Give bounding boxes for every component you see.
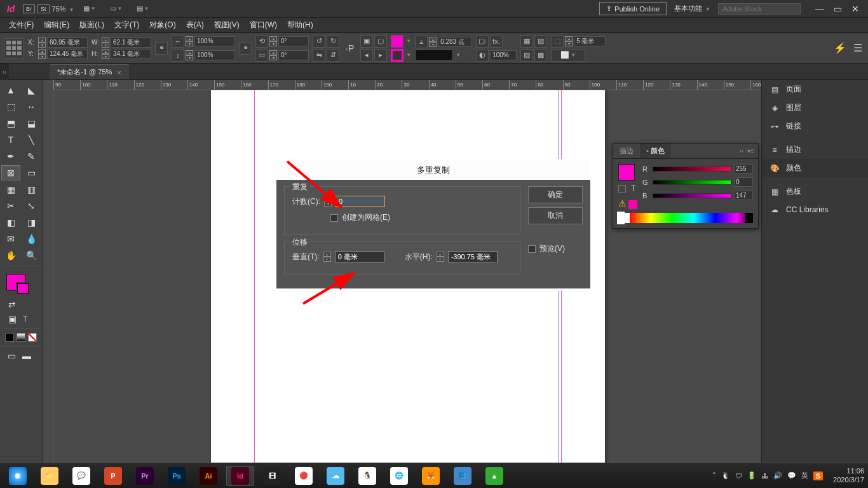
flip-h-icon[interactable]: ⇋	[313, 49, 325, 62]
document-tab[interactable]: *未命名-1 @ 75% ×	[50, 64, 129, 79]
count-spinner[interactable]: ▴▾	[324, 196, 332, 207]
menu-table[interactable]: 表(A)	[181, 18, 209, 32]
green-slider[interactable]	[653, 180, 731, 185]
type-tool[interactable]: T	[1, 132, 20, 147]
taskbar-app2-icon[interactable]: ☁	[322, 466, 349, 486]
y-position-input[interactable]	[47, 49, 88, 59]
effects-icon[interactable]: fx.	[490, 35, 503, 48]
height-input[interactable]	[111, 49, 151, 59]
flip-v-icon[interactable]: ⇵	[327, 49, 339, 62]
taskbar-browser-icon[interactable]: ◉	[4, 466, 32, 486]
arrange-docs-icon[interactable]: ▤▼	[134, 3, 152, 15]
taskbar-premiere-icon[interactable]: Pr	[131, 466, 159, 486]
maximize-button[interactable]: ▭	[829, 3, 846, 15]
text-wrap-none-icon[interactable]: ▦	[520, 35, 533, 48]
tabs-scroll-button[interactable]: ‹‹	[0, 64, 9, 80]
ok-button[interactable]: 确定	[528, 186, 583, 203]
container-fill-toggle[interactable]	[618, 185, 626, 193]
tray-network-icon[interactable]: 🖧	[761, 472, 768, 480]
rectangle-frame-tool[interactable]: ⊠	[1, 165, 20, 180]
taskbar-app1-icon[interactable]: 🔴	[290, 466, 318, 486]
text-wrap-jump-icon[interactable]: ▩	[534, 49, 547, 62]
formatting-container-icon[interactable]: ▣	[5, 313, 19, 325]
zoom-tool[interactable]: 🔍	[22, 248, 41, 263]
gamut-swatch[interactable]	[628, 200, 637, 209]
stroke-style-select[interactable]	[415, 50, 453, 61]
create-grid-checkbox[interactable]	[330, 214, 338, 222]
color-panel-tab-color[interactable]: ◦ 颜色	[640, 144, 671, 158]
close-window-button[interactable]: ✕	[846, 3, 864, 15]
menu-layout[interactable]: 版面(L)	[74, 18, 109, 32]
corner-size-input[interactable]	[574, 36, 606, 46]
pencil-tool[interactable]: ✎	[22, 149, 41, 164]
fill-swatch[interactable]	[391, 35, 403, 48]
taskbar-wechat-icon[interactable]: 💬	[67, 466, 95, 486]
panel-layers[interactable]: ◈图层	[762, 98, 868, 117]
shear-input[interactable]	[278, 50, 309, 60]
x-position-input[interactable]	[47, 37, 88, 48]
gradient-swatch-tool[interactable]: ◧	[1, 215, 20, 230]
stroke-weight-input[interactable]	[438, 37, 472, 47]
vertical-offset-input[interactable]	[335, 251, 384, 262]
eyedropper-tool[interactable]: 💧	[22, 231, 41, 247]
menu-view[interactable]: 视图(V)	[209, 18, 245, 32]
swap-fill-stroke-icon[interactable]: ⇄	[5, 298, 19, 311]
taskbar-photoshop-icon[interactable]: Ps	[163, 466, 191, 486]
apply-none-swatch[interactable]	[28, 333, 37, 342]
quick-apply-icon[interactable]: ⚡	[834, 42, 846, 55]
text-wrap-bounding-icon[interactable]: ▧	[534, 35, 547, 48]
menu-help[interactable]: 帮助(H)	[282, 18, 318, 32]
menu-type[interactable]: 文字(T)	[109, 18, 144, 32]
taskbar-explorer-icon[interactable]: 📁	[36, 466, 64, 486]
color-panel[interactable]: 描边 ◦ 颜色 ››▾≡ T ⚠ R G B	[613, 143, 759, 229]
taskbar-notes-icon[interactable]: 📘	[449, 466, 477, 486]
taskbar-powerpoint-icon[interactable]: P	[99, 466, 127, 486]
rotate-ccw-icon[interactable]: ↺	[313, 35, 325, 48]
taskbar-qq-icon[interactable]: 🐧	[353, 466, 381, 486]
tab-close-icon[interactable]: ×	[117, 69, 121, 76]
green-value-input[interactable]	[734, 177, 753, 187]
publish-online-button[interactable]: ⇪ Publish Online	[599, 2, 667, 15]
hand-tool[interactable]: ✋	[1, 248, 20, 263]
corner-shape-select[interactable]: ⬜▼	[551, 49, 585, 62]
scale-y-input[interactable]	[194, 50, 235, 60]
apply-gradient-swatch[interactable]	[17, 333, 25, 342]
text-wrap-shape-icon[interactable]: ▨	[520, 49, 533, 62]
formatting-text-icon[interactable]: T	[23, 315, 27, 323]
preview-checkbox[interactable]	[528, 245, 536, 253]
select-next-icon[interactable]: ▸	[374, 49, 387, 62]
scale-x-input[interactable]	[194, 36, 235, 46]
link-scale-icon[interactable]: ⚭	[239, 42, 252, 55]
red-value-input[interactable]	[734, 164, 753, 173]
horizontal-offset-input[interactable]	[448, 251, 498, 262]
view-options-icon[interactable]: ▦▼	[81, 3, 98, 15]
select-content-icon[interactable]: ▢	[374, 35, 387, 48]
out-of-gamut-icon[interactable]: ⚠	[618, 198, 627, 208]
rotate-input[interactable]	[278, 36, 309, 46]
panel-pages[interactable]: ▤页面	[762, 80, 868, 98]
cancel-button[interactable]: 取消	[528, 207, 583, 224]
note-tool[interactable]: ✉	[1, 231, 20, 247]
normal-view-icon[interactable]: ▭	[5, 350, 18, 362]
bridge-badge[interactable]: Br	[23, 4, 35, 13]
tray-battery-icon[interactable]: 🔋	[747, 471, 756, 480]
direct-selection-tool[interactable]: ◣	[22, 83, 41, 98]
tray-security-icon[interactable]: 🛡	[735, 472, 742, 480]
screen-mode-icon[interactable]: ▭▼	[107, 3, 125, 15]
workspace-selector[interactable]: 基本功能 ▼	[672, 3, 713, 15]
scissors-tool[interactable]: ✂	[1, 198, 20, 214]
line-tool[interactable]: ╲	[22, 132, 41, 147]
apply-color-swatch[interactable]	[5, 333, 14, 342]
tray-expand-icon[interactable]: ˄	[712, 471, 716, 480]
rectangle-tool[interactable]: ▭	[22, 165, 41, 180]
gradient-feather-tool[interactable]: ◨	[22, 215, 41, 230]
content-placer-tool[interactable]: ⬓	[22, 116, 41, 131]
panel-collapse-icon[interactable]: ››	[739, 147, 743, 154]
red-slider[interactable]	[653, 166, 731, 172]
rotate-cw-icon[interactable]: ↻	[327, 35, 339, 48]
grid-tool[interactable]: ▦	[1, 182, 20, 197]
menu-edit[interactable]: 编辑(E)	[39, 18, 74, 32]
vertical-spinner[interactable]: ▴▾	[323, 252, 331, 262]
taskbar-firefox-icon[interactable]: 🦊	[417, 466, 445, 486]
stroke-swatch[interactable]	[391, 49, 403, 62]
